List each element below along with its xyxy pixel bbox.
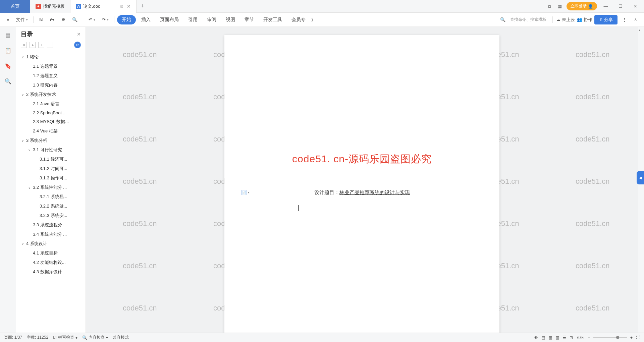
outline-item[interactable]: 3.1.2 时间可...	[16, 164, 86, 173]
remove-icon[interactable]: −	[47, 42, 53, 48]
view-outline-icon[interactable]: ▦	[548, 335, 552, 340]
outline-item[interactable]: 3.2.3 系统安...	[16, 211, 86, 220]
save-as-icon[interactable]: 🗁	[47, 16, 57, 23]
share-button[interactable]: ⇪ 分享	[594, 15, 618, 24]
outline-item[interactable]: 4.3 数据库设计	[16, 267, 86, 277]
more-icon[interactable]: ⋮	[620, 16, 629, 23]
expand-icon[interactable]: ∧	[631, 16, 640, 23]
badge-icon[interactable]: ⟳	[74, 42, 81, 48]
outline-item[interactable]: ∨3.2 系统性能分 ...	[16, 183, 86, 192]
close-button[interactable]: ✕	[629, 2, 641, 11]
file-menu[interactable]: 文件 ▾	[13, 15, 31, 24]
chevron-down-icon[interactable]: ▾	[248, 191, 250, 194]
login-button[interactable]: 立即登录 👤	[567, 2, 597, 10]
document-canvas[interactable]: code51.cncode51.cncode51.cncode51.cncode…	[86, 27, 638, 333]
outline-item[interactable]: 3.2.1 系统易...	[16, 192, 86, 202]
view-page-icon[interactable]: ▤	[541, 335, 545, 340]
zoom-fit-icon[interactable]: ⊡	[570, 335, 573, 340]
menu-button[interactable]: ≡	[4, 16, 12, 23]
word-count[interactable]: 字数: 11252	[27, 335, 48, 340]
paragraph-icon[interactable]: 📄	[241, 190, 247, 195]
new-tab-button[interactable]: +	[137, 3, 149, 10]
close-icon[interactable]: ✕	[127, 4, 131, 9]
tab-document[interactable]: W 论文.doc ⎚ ✕	[70, 0, 137, 13]
menu-more-icon[interactable]: ❯	[311, 18, 314, 21]
apps-icon[interactable]: ▦	[556, 2, 564, 10]
chevron-icon[interactable]: ∨	[21, 242, 26, 246]
add-icon[interactable]: +	[38, 42, 44, 48]
outline-item[interactable]: 3.3 系统流程分 ...	[16, 220, 86, 230]
outline-item[interactable]: ∨1 绪论	[16, 52, 86, 62]
spellcheck-toggle[interactable]: ☑ 拼写检查 ▾	[53, 335, 77, 340]
outline-item[interactable]: 3.1.1 经济可...	[16, 155, 86, 164]
zoom-thumb[interactable]	[616, 336, 619, 339]
maximize-button[interactable]: ☐	[614, 2, 627, 11]
chevron-icon[interactable]: ∨	[21, 139, 26, 142]
menu-start[interactable]: 开始	[117, 15, 136, 24]
chevron-icon[interactable]: ∨	[21, 93, 26, 97]
search-input[interactable]: 查找命令、搜索模板	[507, 15, 549, 24]
menu-view[interactable]: 视图	[222, 15, 239, 25]
fullscreen-icon[interactable]: ⛶	[636, 335, 640, 340]
menu-member[interactable]: 会员专	[287, 15, 310, 25]
chevron-icon[interactable]: ∨	[28, 186, 33, 189]
outline-item[interactable]: 2.4 Vue 框架	[16, 126, 86, 136]
eye-icon[interactable]: 👁	[534, 335, 538, 340]
cloud-status[interactable]: ☁ 未上云	[556, 17, 575, 23]
layout-icon[interactable]: ⧉	[545, 2, 553, 10]
outline-item[interactable]: 4.2 功能结构设...	[16, 258, 86, 267]
outline-item[interactable]: 1.2 选题意义	[16, 71, 86, 80]
scroll-up-icon[interactable]: ▴	[639, 28, 640, 32]
right-panel-toggle[interactable]: ◀	[637, 171, 644, 184]
zoom-in-icon[interactable]: +	[630, 335, 633, 340]
page-indicator[interactable]: 页面: 1/37	[4, 335, 22, 340]
screen-icon[interactable]: ⎚	[120, 4, 123, 9]
expand-all-icon[interactable]: ∧	[30, 42, 36, 48]
zoom-slider[interactable]	[593, 337, 627, 338]
bookmark-icon[interactable]: 🔖	[3, 61, 13, 70]
menu-insert[interactable]: 插入	[137, 15, 155, 25]
minimize-button[interactable]: —	[600, 2, 612, 11]
menu-layout[interactable]: 页面布局	[156, 15, 183, 25]
zoom-out-icon[interactable]: −	[588, 335, 590, 340]
save-icon[interactable]: 🖫	[36, 16, 46, 23]
outline-item[interactable]: 3.2.2 系统健...	[16, 202, 86, 211]
tab-home[interactable]: 首页	[0, 0, 30, 13]
outline-list[interactable]: ∨1 绪论1.1 选题背景1.2 选题意义1.3 研究内容∨2 系统开发技术2.…	[16, 51, 86, 333]
outline-item[interactable]: 2.1 Java 语言	[16, 99, 86, 109]
view-read-icon[interactable]: ☰	[562, 335, 566, 340]
zoom-value[interactable]: 70%	[576, 335, 584, 340]
outline-item[interactable]: ∨4 系统设计	[16, 239, 86, 248]
tab-template[interactable]: ✦ 找稻壳模板	[30, 0, 70, 13]
chevron-icon[interactable]: ∨	[21, 55, 26, 59]
menu-references[interactable]: 引用	[184, 15, 202, 25]
preview-icon[interactable]: 🔍	[69, 16, 80, 23]
print-icon[interactable]: 🖶	[58, 16, 68, 23]
outline-item[interactable]: 3.1.3 操作可...	[16, 173, 86, 183]
chevron-icon[interactable]: ∨	[28, 148, 33, 152]
menu-review[interactable]: 审阅	[203, 15, 220, 25]
outline-item[interactable]: 1.3 研究内容	[16, 80, 86, 90]
collab-button[interactable]: 👥 协作	[577, 17, 592, 23]
outline-item[interactable]: 3.4 系统功能分 ...	[16, 230, 86, 239]
redo-icon[interactable]: ↷ ▾	[99, 16, 111, 23]
clipboard-icon[interactable]: 📋	[3, 46, 13, 55]
outline-item[interactable]: 2.3 MYSQL 数据...	[16, 117, 86, 126]
collapse-all-icon[interactable]: ∨	[21, 42, 27, 48]
outline-item[interactable]: ∨2 系统开发技术	[16, 90, 86, 99]
menu-devtools[interactable]: 开发工具	[259, 15, 286, 25]
outline-item[interactable]: 2.2 SpringBoot ...	[16, 109, 86, 117]
outline-item[interactable]: 1.1 选题背景	[16, 62, 86, 71]
content-check[interactable]: 🔍 内容检查 ▾	[82, 335, 108, 340]
menu-chapter[interactable]: 章节	[240, 15, 258, 25]
outline-item[interactable]: ∨3.1 可行性研究	[16, 145, 86, 155]
separator	[114, 16, 114, 23]
view-web-icon[interactable]: ▥	[555, 335, 559, 340]
undo-icon[interactable]: ↶ ▾	[86, 16, 98, 23]
compat-mode[interactable]: 兼容模式	[113, 335, 129, 340]
outline-close-icon[interactable]: ✕	[77, 32, 81, 37]
search-panel-icon[interactable]: 🔍	[3, 76, 13, 86]
outline-item[interactable]: ∨3 系统分析	[16, 136, 86, 145]
outline-item[interactable]: 4.1 系统目标	[16, 248, 86, 258]
outline-icon[interactable]: ▤	[3, 30, 13, 40]
